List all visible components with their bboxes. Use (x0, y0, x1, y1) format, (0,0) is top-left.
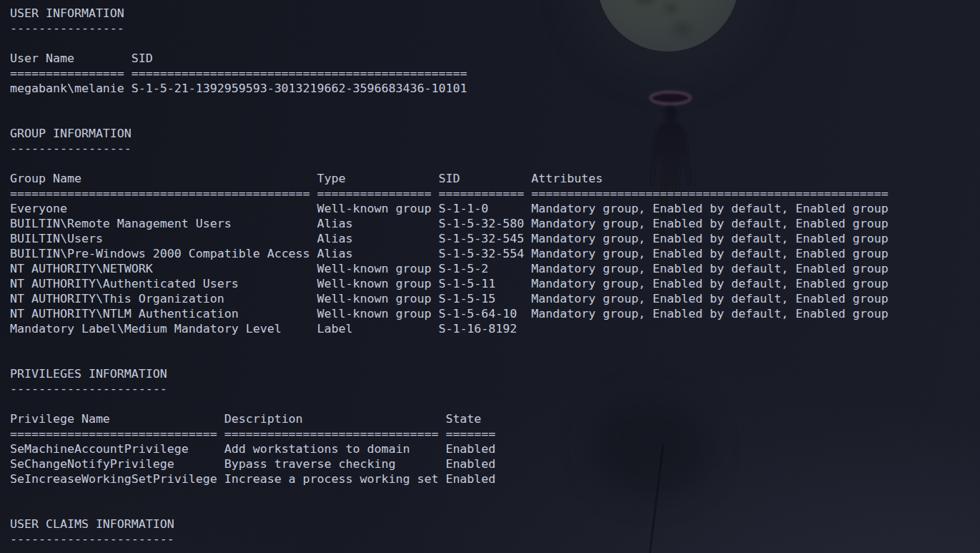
group-table-row: NT AUTHORITY\Authenticated UsersWell-kno… (10, 276, 980, 291)
cell-type: Label (317, 321, 439, 336)
cell-sid: S-1-5-32-554 (438, 246, 531, 261)
cell-attributes: Mandatory group, Enabled by default, Ena… (531, 276, 889, 291)
section-user-information: USER INFORMATION ---------------- User N… (10, 6, 980, 126)
cell-sid: S-1-5-32-580 (438, 216, 531, 231)
separator: ======= (445, 426, 495, 441)
cell-type: Well-known group (317, 306, 439, 321)
cell-user-name: megabank\melanie (10, 81, 132, 96)
cell-privilege-name: SeIncreaseWorkingSetPrivilege (10, 471, 224, 486)
cell-type: Well-known group (317, 261, 439, 276)
cell-attributes: Mandatory group, Enabled by default, Ena… (531, 246, 889, 261)
privilege-table-row: SeIncreaseWorkingSetPrivilegeIncrease a … (10, 471, 980, 486)
separator: ================ (317, 186, 439, 201)
cell-attributes: Mandatory group, Enabled by default, Ena… (531, 261, 889, 276)
section-underline: ---------------- (10, 21, 980, 36)
group-table-row: NT AUTHORITY\This OrganizationWell-known… (10, 291, 980, 306)
privilege-table-row: SeChangeNotifyPrivilegeBypass traverse c… (10, 456, 980, 471)
privilege-table-row: SeMachineAccountPrivilegeAdd workstation… (10, 441, 980, 456)
type-column-header: Type (317, 171, 439, 186)
cell-group-name: NT AUTHORITY\This Organization (10, 291, 317, 306)
cell-description: Add workstations to domain (224, 441, 446, 456)
cell-type: Well-known group (317, 291, 439, 306)
cell-sid: S-1-5-32-545 (438, 231, 531, 246)
user-table-header-row: User NameSID (10, 51, 980, 66)
cell-type: Alias (317, 246, 439, 261)
separator: ============================== (224, 426, 446, 441)
blank-line (10, 96, 980, 111)
cell-user-sid: S-1-5-21-1392959593-3013219662-359668343… (132, 81, 467, 96)
section-underline: ----------------------- (10, 532, 980, 547)
section-user-claims-information: USER CLAIMS INFORMATION ----------------… (10, 517, 980, 547)
group-table-separator-row: ========================================… (10, 186, 980, 201)
blank-line (10, 336, 980, 351)
section-title: USER CLAIMS INFORMATION (10, 517, 980, 532)
cell-privilege-name: SeMachineAccountPrivilege (10, 441, 224, 456)
section-group-information: GROUP INFORMATION ----------------- Grou… (10, 126, 980, 366)
cell-sid: S-1-5-2 (438, 261, 531, 276)
state-column-header: State (445, 411, 481, 426)
cell-attributes: Mandatory group, Enabled by default, Ena… (531, 291, 889, 306)
user-table-row: megabank\melanieS-1-5-21-1392959593-3013… (10, 81, 980, 96)
section-title: USER INFORMATION (10, 6, 980, 21)
section-underline: ----------------- (10, 141, 980, 156)
cell-state: Enabled (445, 441, 495, 456)
blank-line (10, 111, 980, 126)
sid-column-header: SID (438, 171, 531, 186)
separator: ========================================… (132, 66, 467, 81)
group-table-row: BUILTIN\Remote Management UsersAliasS-1-… (10, 216, 980, 231)
separator: ================ (10, 66, 132, 81)
group-table-header-row: Group NameTypeSIDAttributes (10, 171, 980, 186)
user-table-separator-row: ========================================… (10, 66, 980, 81)
separator: ============ (438, 186, 531, 201)
attributes-column-header: Attributes (531, 171, 603, 186)
separator: ========================================… (531, 186, 889, 201)
blank-line (10, 36, 980, 51)
blank-line (10, 351, 980, 366)
terminal-output[interactable]: USER INFORMATION ---------------- User N… (0, 0, 980, 553)
cell-attributes: Mandatory group, Enabled by default, Ena… (531, 231, 889, 246)
blank-line (10, 156, 980, 171)
cell-state: Enabled (445, 456, 495, 471)
section-title: GROUP INFORMATION (10, 126, 980, 141)
cell-type: Alias (317, 231, 439, 246)
privilege-name-column-header: Privilege Name (10, 411, 224, 426)
blank-line (10, 396, 980, 411)
group-table-row: Mandatory Label\Medium Mandatory LevelLa… (10, 321, 980, 336)
cell-type: Well-known group (317, 276, 439, 291)
cell-group-name: BUILTIN\Pre-Windows 2000 Compatible Acce… (10, 246, 317, 261)
cell-state: Enabled (445, 471, 495, 486)
cell-group-name: BUILTIN\Users (10, 231, 317, 246)
cell-description: Increase a process working set (224, 471, 446, 486)
section-underline: ---------------------- (10, 381, 980, 396)
cell-group-name: NT AUTHORITY\Authenticated Users (10, 276, 317, 291)
group-table-row: NT AUTHORITY\NTLM AuthenticationWell-kno… (10, 306, 980, 321)
user-name-column-header: User Name (10, 51, 132, 66)
cell-type: Well-known group (317, 201, 439, 216)
group-table-row: EveryoneWell-known groupS-1-1-0Mandatory… (10, 201, 980, 216)
description-column-header: Description (224, 411, 446, 426)
cell-sid: S-1-5-64-10 (438, 306, 531, 321)
cell-group-name: Mandatory Label\Medium Mandatory Level (10, 321, 317, 336)
privilege-table-separator-row: ========================================… (10, 426, 980, 441)
separator: ============================= (10, 426, 224, 441)
cell-type: Alias (317, 216, 439, 231)
section-privileges-information: PRIVILEGES INFORMATION -----------------… (10, 366, 980, 517)
cell-group-name: BUILTIN\Remote Management Users (10, 216, 317, 231)
cell-group-name: NT AUTHORITY\NETWORK (10, 261, 317, 276)
cell-attributes: Mandatory group, Enabled by default, Ena… (531, 216, 889, 231)
group-table-row: BUILTIN\UsersAliasS-1-5-32-545Mandatory … (10, 231, 980, 246)
separator: ========================================… (10, 186, 317, 201)
group-name-column-header: Group Name (10, 171, 317, 186)
cell-sid: S-1-5-11 (438, 276, 531, 291)
cell-sid: S-1-5-15 (438, 291, 531, 306)
blank-line (10, 486, 980, 501)
cell-attributes: Mandatory group, Enabled by default, Ena… (531, 201, 889, 216)
cell-privilege-name: SeChangeNotifyPrivilege (10, 456, 224, 471)
cell-attributes: Mandatory group, Enabled by default, Ena… (531, 306, 889, 321)
cell-group-name: Everyone (10, 201, 317, 216)
cell-sid: S-1-16-8192 (438, 321, 531, 336)
section-title: PRIVILEGES INFORMATION (10, 366, 980, 381)
cell-description: Bypass traverse checking (224, 456, 446, 471)
cell-sid: S-1-1-0 (438, 201, 531, 216)
cell-group-name: NT AUTHORITY\NTLM Authentication (10, 306, 317, 321)
